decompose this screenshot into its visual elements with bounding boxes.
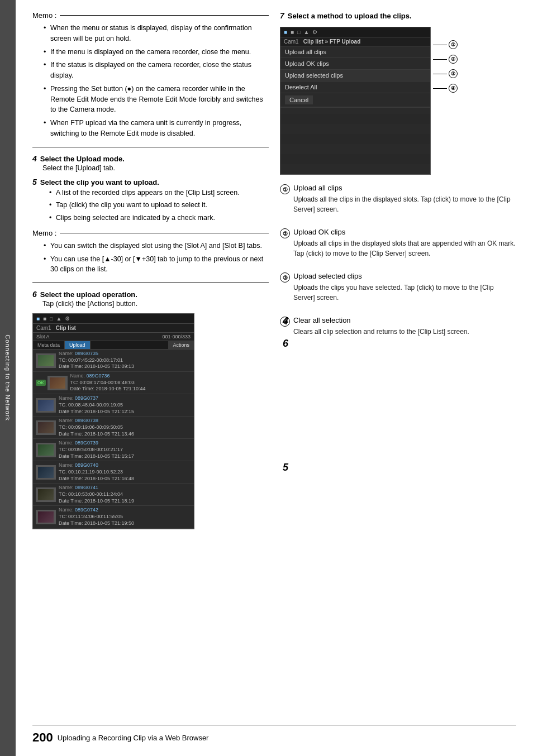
clip-list: Name: 089G0735 TC: 00:07:45:22-00:08:17:… xyxy=(33,350,194,529)
step5: 5 Select the clip you want to upload. A … xyxy=(32,178,269,223)
page-footer: 200 Uploading a Recording Clip via a Web… xyxy=(32,725,516,745)
divider2 xyxy=(32,283,269,283)
memo1-divider xyxy=(60,15,269,16)
arrow-2: ② xyxy=(433,55,458,64)
footer-text: Uploading a Recording Clip via a Web Bro… xyxy=(58,734,209,742)
cam-upload-tab[interactable]: Upload xyxy=(65,341,91,349)
sidebar-text: Connecting to the Network xyxy=(4,335,11,422)
ann4-title: Clear all selection xyxy=(293,316,516,324)
sidebar: Connecting to the Network xyxy=(0,0,16,756)
ann1-desc: Uploads all the clips in the displayed s… xyxy=(293,194,516,214)
step5-label: 5 xyxy=(283,462,288,473)
memo2-label: Memo : xyxy=(32,229,56,237)
annotation-3: ③ Upload selected clips Uploads the clip… xyxy=(280,272,516,309)
clip-row-7[interactable]: Name: 089G0742 TC: 00:11:24:06-00:11:55:… xyxy=(33,506,194,528)
annotation-2: ② Upload OK clips Uploads all clips in t… xyxy=(280,228,516,265)
cam-label: Cam1 xyxy=(36,325,51,331)
step6-title: Select the upload operation. xyxy=(40,290,137,299)
cam-counter: 001-000/333 xyxy=(162,334,191,339)
step4-sub: Select the [Upload] tab. xyxy=(42,164,269,172)
main-content: Memo : When the menu or status is displa… xyxy=(16,0,533,756)
arrow-1: ① xyxy=(433,40,458,49)
arrow-3: ③ xyxy=(433,69,458,78)
step6-number: 6 xyxy=(32,290,37,299)
clip-row-0[interactable]: Name: 089G0735 TC: 00:07:45:22-00:08:17:… xyxy=(33,350,194,372)
memo2-bullet-1: You can switch the displayed slot using … xyxy=(44,241,269,251)
clip-row-5[interactable]: Name: 089G0740 TC: 00:10:21:19-00:10:52:… xyxy=(33,461,194,484)
memo2-divider xyxy=(60,233,269,233)
page-number: 200 xyxy=(32,730,53,745)
divider1 xyxy=(32,147,269,147)
ann3-desc: Uploads the clips you have selected. Tap… xyxy=(293,283,516,303)
clip-row-2[interactable]: Name: 089G0737 TC: 00:08:48:04-00:09:19:… xyxy=(33,394,194,417)
step4: 4 Select the Upload mode. Select the [Up… xyxy=(32,154,269,172)
memo1-label: Memo : xyxy=(32,11,56,20)
memo1-bullet-2: If the menu is displayed on the camera r… xyxy=(44,47,269,58)
step4-number: 4 xyxy=(32,154,37,163)
clip-row-3[interactable]: Name: 089G0738 TC: 00:09:19:06-00:09:50:… xyxy=(33,417,194,439)
ann1-title: Upload all clips xyxy=(293,184,516,192)
step5-bullet-2: Tap (click) the clip you want to upload … xyxy=(49,200,269,210)
annotations: ① Upload all clips Uploads all the clips… xyxy=(280,184,516,343)
clip-row-6[interactable]: Name: 089G0741 TC: 00:10:53:00-00:11:24:… xyxy=(33,484,194,506)
ann4-desc: Clears all clip selection and returns to… xyxy=(293,327,516,337)
right-column: 7 Select a method to upload the clips. ■… xyxy=(280,11,516,535)
camera-ui: ■ ■ □ ▲ ⚙ Cam1 Clip list xyxy=(32,313,194,529)
memo1-bullet-5: When FTP upload via the camera unit is c… xyxy=(44,118,269,139)
ftp-ui: ■ ■ □ ▲ ⚙ Cam1 Clip list » FTP Upload xyxy=(280,27,431,175)
memo1-bullets: When the menu or status is displayed, di… xyxy=(32,23,269,139)
ftp-cancel[interactable]: Cancel xyxy=(285,95,313,104)
step5-bullet-3: Clips being selected are indicated by a … xyxy=(49,213,269,223)
arrows-column: ① ② ③ ④ xyxy=(433,27,458,93)
ftp-upload-ok[interactable]: Upload OK clips xyxy=(280,58,430,70)
ftp-ui-section: ■ ■ □ ▲ ⚙ Cam1 Clip list » FTP Upload xyxy=(280,27,516,175)
left-column: Memo : When the menu or status is displa… xyxy=(32,11,269,535)
ftp-upload-selected[interactable]: Upload selected clips xyxy=(280,70,430,82)
annotation-4: ④ Clear all selection Clears all clip se… xyxy=(280,316,516,343)
cam-slot-label: Slot A xyxy=(36,334,50,339)
step5-title: Select the clip you want to upload. xyxy=(40,178,159,186)
step5-bullet-1: A list of the recorded clips appears on … xyxy=(49,188,269,198)
memo2-bullets: You can switch the displayed slot using … xyxy=(32,241,269,275)
step4-title: Select the Upload mode. xyxy=(40,155,125,163)
ftp-title: Clip list » FTP Upload xyxy=(303,39,361,45)
memo1-container: Memo : When the menu or status is displa… xyxy=(32,11,269,139)
step5-number: 5 xyxy=(32,178,37,186)
clip-row-4[interactable]: Name: 089G0739 TC: 00:09:50:08-00:10:21:… xyxy=(33,439,194,461)
memo1-bullet-3: If the status is displayed on the camera… xyxy=(44,60,269,81)
ftp-cam-label: Cam1 xyxy=(284,39,299,45)
annotation-1: ① Upload all clips Uploads all the clips… xyxy=(280,184,516,221)
step7: 7 Select a method to upload the clips. xyxy=(280,11,516,20)
cam-meta-tab[interactable]: Meta data xyxy=(33,341,65,349)
ann3-title: Upload selected clips xyxy=(293,272,516,280)
ftp-deselect-all[interactable]: Deselect All xyxy=(280,82,430,93)
step7-title: Select a method to upload the clips. xyxy=(288,12,412,20)
clip-row-1[interactable]: OK Name: 089G0736 TC: 00:08:17:04-00:08:… xyxy=(33,372,194,394)
ann2-desc: Uploads all clips in the displayed slots… xyxy=(293,238,516,259)
memo2-bullet-2: You can use the [▲-30] or [▼+30] tab to … xyxy=(44,254,269,275)
memo1-bullet-4: Pressing the Set button (●) on the camer… xyxy=(44,84,269,115)
memo1-bullet-1: When the menu or status is displayed, di… xyxy=(44,23,269,44)
cam-actions-btn[interactable]: Actions xyxy=(168,341,194,349)
step6-sub: Tap (click) the [Actions] button. xyxy=(42,300,269,308)
step5-bullets: A list of the recorded clips appears on … xyxy=(32,188,269,223)
arrow-4: ④ xyxy=(433,84,458,93)
step7-number: 7 xyxy=(280,11,284,20)
ann2-title: Upload OK clips xyxy=(293,228,516,236)
ftp-upload-all[interactable]: Upload all clips xyxy=(280,46,430,58)
memo2-container: Memo : You can switch the displayed slot… xyxy=(32,229,269,275)
step6: 6 Select the upload operation. Tap (clic… xyxy=(32,290,269,308)
cam-tab-label: Clip list xyxy=(56,325,76,331)
